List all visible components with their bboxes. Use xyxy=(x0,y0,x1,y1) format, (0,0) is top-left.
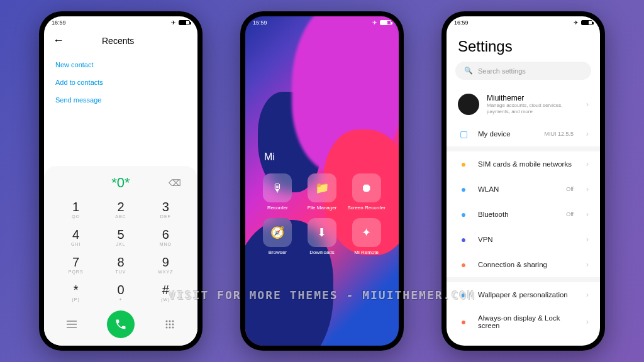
dialkey-8[interactable]: 8TUV xyxy=(99,251,142,278)
dialkey-1[interactable]: 1QO xyxy=(54,196,97,222)
app-recorder[interactable]: 🎙Recorder xyxy=(258,173,297,211)
item-label: My device xyxy=(478,130,535,138)
divider xyxy=(447,146,600,151)
dialkey-7[interactable]: 7PQRS xyxy=(54,251,97,278)
chevron-right-icon: › xyxy=(586,160,589,168)
item-icon: ● xyxy=(458,209,469,220)
item-label: Bluetooth xyxy=(478,211,557,218)
status-time: 15:59 xyxy=(253,19,267,26)
item-label: Connection & sharing xyxy=(478,261,577,268)
item-value: Off xyxy=(566,186,574,192)
back-button[interactable]: ← xyxy=(53,34,64,47)
settings-item-wlan[interactable]: ●WLANOff› xyxy=(447,177,600,202)
chevron-right-icon: › xyxy=(586,129,589,138)
dialkey-5[interactable]: 5JKL xyxy=(99,224,142,250)
dialkey-9[interactable]: 9WXYZ xyxy=(144,251,187,278)
app-label: Browser xyxy=(269,250,287,255)
account-subtitle: Manage accounts, cloud services, payment… xyxy=(487,102,579,114)
svg-point-5 xyxy=(172,321,174,322)
svg-point-9 xyxy=(166,327,168,329)
settings-item-sim-cards-mobile-networks[interactable]: ●SIM cards & mobile networks› xyxy=(447,151,600,177)
statusbar: 15:59 ✈ xyxy=(245,16,399,29)
statusbar: 16:59 ✈ xyxy=(447,16,600,29)
account-name: Miuithemer xyxy=(487,94,579,102)
backspace-button[interactable]: ⌫ xyxy=(169,178,181,188)
dialkey-4[interactable]: 4GHI xyxy=(54,224,97,250)
app-glyph-icon: ⏺ xyxy=(352,173,381,202)
app-label: Downloads xyxy=(309,250,335,255)
svg-point-3 xyxy=(166,321,168,322)
svg-point-4 xyxy=(169,321,171,322)
chevron-right-icon: › xyxy=(586,260,589,269)
app-file-manager[interactable]: 📁File Manager xyxy=(303,173,342,211)
phone-home: 15:59 ✈ Mi 🎙Recorder📁File Manager⏺Screen… xyxy=(240,11,404,351)
svg-point-8 xyxy=(172,324,174,326)
settings-item-connection-sharing[interactable]: ●Connection & sharing› xyxy=(447,252,600,277)
call-button[interactable] xyxy=(107,310,135,338)
app-mi-remote[interactable]: ✦Mi Remote xyxy=(347,218,386,255)
search-input[interactable]: 🔍 Search settings xyxy=(455,62,591,80)
settings-item-wallpaper-personalization[interactable]: ●Wallpaper & personalization› xyxy=(447,282,600,307)
dialkey-6[interactable]: 6MNO xyxy=(144,224,187,250)
account-row[interactable]: Miuithemer Manage accounts, cloud servic… xyxy=(447,87,600,121)
page-title: Recents xyxy=(102,36,134,46)
app-label: Screen Recorder xyxy=(347,205,385,211)
battery-icon xyxy=(179,20,190,25)
new-contact-link[interactable]: New contact xyxy=(55,56,186,74)
app-screen-recorder[interactable]: ⏺Screen Recorder xyxy=(347,173,386,211)
app-browser[interactable]: 🧭Browser xyxy=(258,218,297,255)
item-value: Off xyxy=(566,211,574,217)
item-icon: ● xyxy=(458,184,469,195)
dialkey-#[interactable]: #(W) xyxy=(144,279,187,305)
app-label: File Manager xyxy=(308,205,337,211)
settings-item-mydevice[interactable]: ▢ My device MIUI 12.5.5 › xyxy=(447,121,600,146)
signal-icon: ✈ xyxy=(171,19,176,26)
chevron-right-icon: › xyxy=(586,100,589,109)
avatar xyxy=(458,94,479,115)
item-icon: ● xyxy=(458,234,469,245)
item-icon: ● xyxy=(458,158,469,170)
chevron-right-icon: › xyxy=(586,235,589,244)
settings-item-bluetooth[interactable]: ●BluetoothOff› xyxy=(447,202,600,227)
app-downloads[interactable]: ⬇Downloads xyxy=(303,218,342,255)
dialkey-*[interactable]: *(P) xyxy=(54,279,97,305)
menu-icon[interactable] xyxy=(64,317,79,332)
dialkey-0[interactable]: 0+ xyxy=(99,279,142,305)
chevron-right-icon: › xyxy=(586,210,589,219)
item-icon: ● xyxy=(458,259,469,270)
settings-item-always-on-display-lock-screen[interactable]: ●Always-on display & Lock screen› xyxy=(447,307,600,336)
folder-title: Mi xyxy=(264,151,275,163)
svg-point-6 xyxy=(166,324,168,326)
battery-icon xyxy=(581,20,592,25)
svg-point-11 xyxy=(172,327,174,329)
dialpad-toggle-icon[interactable] xyxy=(162,317,177,332)
app-label: Mi Remote xyxy=(354,250,379,255)
chevron-right-icon: › xyxy=(586,317,589,326)
app-glyph-icon: 🎙 xyxy=(263,173,292,202)
item-label: WLAN xyxy=(478,185,557,193)
device-icon: ▢ xyxy=(458,128,469,140)
item-icon: ● xyxy=(458,316,469,327)
item-label: Always-on display & Lock screen xyxy=(478,314,577,329)
chevron-right-icon: › xyxy=(586,185,589,194)
app-glyph-icon: 🧭 xyxy=(263,218,292,247)
item-label: Wallpaper & personalization xyxy=(478,291,577,299)
svg-point-7 xyxy=(169,324,171,326)
app-glyph-icon: ⬇ xyxy=(308,218,336,247)
item-label: VPN xyxy=(478,236,577,243)
app-glyph-icon: 📁 xyxy=(308,173,336,202)
phone-settings: 16:59 ✈ Settings 🔍 Search settings Miuit… xyxy=(441,11,605,351)
dialkey-2[interactable]: 2ABC xyxy=(99,196,142,222)
dialkey-3[interactable]: 3DEF xyxy=(144,196,187,222)
phone-dialer: 16:59 ✈ ← Recents New contact Add to con… xyxy=(39,11,203,351)
search-icon: 🔍 xyxy=(464,67,473,75)
settings-item-vpn[interactable]: ●VPN› xyxy=(447,227,600,252)
send-message-link[interactable]: Send message xyxy=(55,91,186,109)
add-to-contacts-link[interactable]: Add to contacts xyxy=(55,74,186,91)
app-label: Recorder xyxy=(267,205,288,211)
chevron-right-icon: › xyxy=(586,290,589,299)
item-value: MIUI 12.5.5 xyxy=(544,131,574,137)
search-placeholder: Search settings xyxy=(478,67,526,75)
app-glyph-icon: ✦ xyxy=(352,218,381,247)
signal-icon: ✈ xyxy=(372,19,377,26)
